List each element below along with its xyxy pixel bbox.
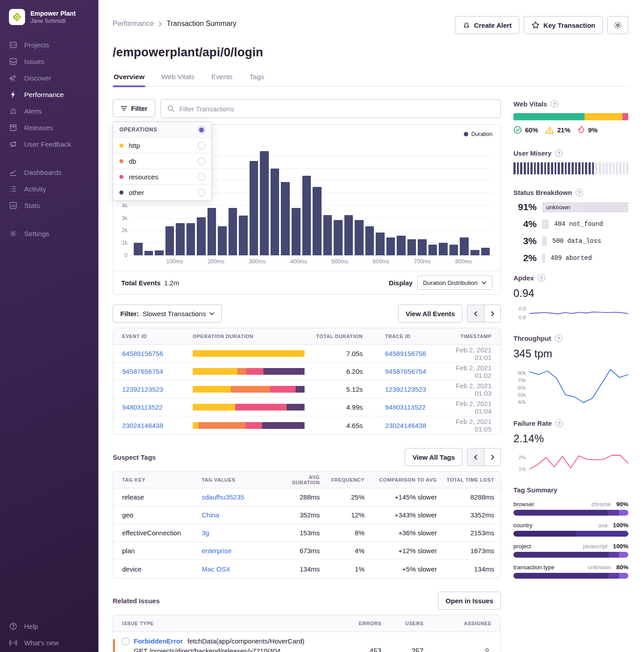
sidebar-item-activity[interactable]: Activity	[0, 181, 98, 197]
operation-option-other[interactable]: other	[113, 185, 212, 200]
trace-id-link[interactable]: 23024146438	[363, 422, 448, 429]
help-circle-icon[interactable]: ?	[555, 419, 563, 427]
transaction-settings-button[interactable]	[607, 16, 628, 34]
operation-option-http[interactable]: http	[113, 138, 212, 153]
previous-page-button[interactable]	[467, 305, 484, 322]
issue-type-link[interactable]: ForbiddenError	[134, 637, 183, 645]
histogram-bar[interactable]	[365, 226, 374, 255]
histogram-bar[interactable]	[186, 223, 195, 255]
histogram-bar[interactable]	[449, 245, 458, 255]
open-in-issues-button[interactable]: Open in Issues	[438, 592, 501, 610]
histogram-bar[interactable]	[407, 239, 416, 255]
histogram-bar[interactable]	[355, 220, 364, 255]
sidebar-item-settings[interactable]: Settings	[0, 225, 98, 242]
issue-checkbox[interactable]	[122, 638, 129, 645]
view-all-events-button[interactable]: View All Events	[398, 305, 462, 322]
help-circle-icon[interactable]: ?	[576, 189, 583, 196]
next-page-button[interactable]	[484, 305, 500, 322]
help-circle-icon[interactable]: ?	[555, 334, 562, 342]
slowest-transactions-filter[interactable]: Filter: Slowest Transactions	[113, 305, 222, 322]
sidebar-item-stats[interactable]: Stats	[0, 197, 98, 214]
histogram-bar[interactable]	[208, 208, 216, 255]
sidebar-item-help[interactable]: Help	[0, 618, 98, 635]
trace-id-link[interactable]: 12392123523	[363, 385, 448, 393]
histogram-bar[interactable]	[302, 176, 311, 255]
radio-unselected-icon[interactable]	[198, 189, 205, 196]
trace-id-link[interactable]: 94803113522	[363, 403, 448, 411]
org-switcher[interactable]: Empower Plant Jane Schmidt	[0, 0, 98, 37]
histogram-bar[interactable]	[176, 223, 185, 255]
histogram-bar[interactable]	[239, 216, 248, 255]
assignee-avatar-icon[interactable]	[483, 647, 491, 652]
trace-id-link[interactable]: 94587656754	[363, 368, 448, 375]
histogram-bar[interactable]	[197, 217, 206, 255]
tag-value-link[interactable]: sdaufhu35235	[202, 493, 283, 501]
histogram-bar[interactable]	[428, 245, 437, 255]
radio-unselected-icon[interactable]	[198, 142, 205, 149]
tag-value-link[interactable]: enterprise	[202, 547, 283, 555]
tag-value-link[interactable]: Mac OSX	[202, 565, 283, 573]
sidebar-item-issues[interactable]: Issues	[0, 53, 98, 70]
operations-dropdown-header[interactable]: OPERATIONS	[113, 122, 212, 138]
tag-value-link[interactable]: 3g	[202, 529, 283, 537]
operation-option-db[interactable]: db	[113, 153, 212, 169]
trace-id-link[interactable]: 64589156756	[363, 350, 448, 357]
histogram-bar[interactable]	[386, 237, 395, 255]
tab-web-vitals[interactable]: Web Vitals	[161, 70, 195, 86]
histogram-bar[interactable]	[418, 239, 427, 255]
histogram-bar[interactable]	[439, 243, 448, 255]
tab-events[interactable]: Events	[210, 70, 233, 86]
histogram-bar[interactable]	[155, 250, 164, 255]
event-id-link[interactable]: 94587656754	[122, 368, 193, 375]
tab-overview[interactable]: Overview	[113, 70, 145, 86]
operation-option-resources[interactable]: resources	[113, 169, 212, 185]
histogram-bar[interactable]	[281, 182, 290, 255]
histogram-bar[interactable]	[260, 151, 269, 255]
key-transaction-button[interactable]: Key Transaction	[524, 16, 603, 34]
histogram-bar[interactable]	[376, 233, 385, 255]
histogram-bar[interactable]	[470, 250, 479, 256]
help-circle-icon[interactable]: ?	[555, 149, 563, 157]
filter-button[interactable]: Filter	[113, 99, 155, 117]
tag-value-link[interactable]: China	[202, 511, 283, 519]
histogram-bar[interactable]	[134, 243, 143, 255]
create-alert-button[interactable]: Create Alert	[455, 16, 519, 34]
histogram-bar[interactable]	[460, 237, 469, 255]
chart-legend[interactable]: Duration	[464, 131, 492, 137]
histogram-bar[interactable]	[165, 226, 174, 255]
view-all-tags-button[interactable]: View All Tags	[405, 448, 462, 466]
help-circle-icon[interactable]: ?	[538, 274, 545, 282]
histogram-bar[interactable]	[292, 208, 301, 255]
histogram-bar[interactable]	[313, 187, 322, 255]
sidebar-item-what-s-new[interactable]: What's new	[0, 635, 98, 651]
sidebar-item-discover[interactable]: Discover	[0, 70, 98, 86]
tags-next-page-button[interactable]	[484, 449, 500, 466]
histogram-bar[interactable]	[481, 248, 490, 255]
search-input[interactable]	[179, 105, 494, 113]
breadcrumb-performance[interactable]: Performance	[113, 20, 154, 28]
histogram-bar[interactable]	[323, 215, 332, 255]
histogram-bar[interactable]	[250, 161, 258, 255]
event-id-link[interactable]: 94803113522	[122, 403, 193, 411]
histogram-bar[interactable]	[334, 220, 343, 255]
sidebar-item-projects[interactable]: Projects	[0, 37, 98, 53]
event-id-link[interactable]: 12392123523	[122, 385, 193, 393]
event-id-link[interactable]: 64589156756	[122, 350, 193, 357]
histogram-bar[interactable]	[218, 226, 227, 255]
histogram-bar[interactable]	[344, 215, 353, 255]
sidebar-item-dashboards[interactable]: Dashboards	[0, 164, 98, 181]
radio-unselected-icon[interactable]	[198, 157, 205, 165]
sidebar-item-user-feedback[interactable]: User Feedback	[0, 136, 98, 152]
tags-previous-page-button[interactable]	[467, 449, 484, 466]
help-circle-icon[interactable]: ?	[551, 100, 558, 108]
event-id-link[interactable]: 23024146438	[122, 422, 193, 429]
histogram-bar[interactable]	[229, 208, 237, 255]
tab-tags[interactable]: Tags	[249, 70, 265, 86]
radio-selected-icon[interactable]	[198, 126, 205, 134]
histogram-bar[interactable]	[144, 251, 153, 255]
sidebar-item-performance[interactable]: Performance	[0, 86, 98, 103]
sidebar-item-alerts[interactable]: Alerts	[0, 103, 98, 119]
histogram-bar[interactable]	[271, 169, 280, 255]
display-select[interactable]: Duration Distribution	[417, 275, 492, 290]
sidebar-item-releases[interactable]: Releases	[0, 119, 98, 136]
